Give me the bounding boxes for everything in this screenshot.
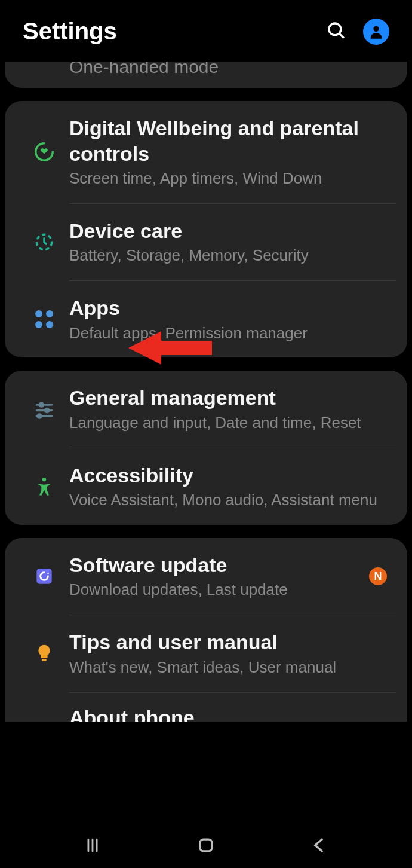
settings-header: Settings [0,0,412,62]
item-title: About phone [5,693,407,722]
cut-item-subtitle: One-handed mode [5,62,407,87]
profile-avatar[interactable] [363,19,389,45]
item-title: Apps [69,295,387,321]
recents-button[interactable] [82,835,103,858]
settings-group: Digital Wellbeing and parental controls … [5,101,407,357]
item-text: General management Language and input, D… [69,385,393,433]
item-subtitle: Screen time, App timers, Wind Down [69,169,387,189]
accessibility-icon [19,475,69,498]
svg-rect-11 [36,569,51,583]
settings-item-general-management[interactable]: General management Language and input, D… [5,371,407,447]
item-text: Device care Battery, Storage, Memory, Se… [69,218,393,266]
svg-rect-17 [200,839,212,851]
item-title: Accessibility [69,463,387,488]
settings-item-software-update[interactable]: Software update Download updates, Last u… [5,538,407,615]
item-subtitle: Download updates, Last update [69,580,363,600]
settings-item-device-care[interactable]: Device care Battery, Storage, Memory, Se… [5,204,407,280]
item-text: Apps Default apps, Permission manager [69,295,393,343]
item-subtitle: What's new, Smart ideas, User manual [69,658,387,678]
item-subtitle: Voice Assistant, Mono audio, Assistant m… [69,490,387,511]
wellbeing-icon [19,140,69,163]
lightbulb-icon [19,642,69,665]
svg-point-7 [45,408,49,412]
home-button[interactable] [196,835,216,858]
settings-list: One-handed mode Digital Wellbeing and pa… [0,62,412,722]
item-title: Digital Wellbeing and parental controls [69,115,387,166]
svg-line-1 [339,33,343,38]
svg-point-5 [39,402,43,406]
search-icon[interactable] [326,20,346,43]
device-care-icon [19,231,69,253]
item-text: Tips and user manual What's new, Smart i… [69,629,393,677]
svg-point-2 [373,26,379,31]
item-subtitle: Battery, Storage, Memory, Security [69,246,387,266]
item-title: Device care [69,218,387,244]
item-title: Tips and user manual [69,629,387,655]
settings-group: General management Language and input, D… [5,371,407,525]
item-title: Software update [69,552,363,578]
item-text: Digital Wellbeing and parental controls … [69,115,393,189]
item-text: Software update Download updates, Last u… [69,552,369,600]
page-title: Settings [23,18,326,45]
update-icon [19,565,69,588]
item-title: General management [69,385,387,411]
svg-rect-12 [42,659,47,661]
apps-icon [19,310,69,328]
settings-group: Software update Download updates, Last u… [5,538,407,722]
sliders-icon [19,398,69,421]
svg-point-9 [38,414,41,417]
item-subtitle: Language and input, Date and time, Reset [69,413,387,433]
settings-item-digital-wellbeing[interactable]: Digital Wellbeing and parental controls … [5,101,407,203]
svg-point-10 [42,478,46,481]
svg-point-0 [329,23,341,35]
item-subtitle: Default apps, Permission manager [69,323,387,344]
settings-group-partial: One-handed mode [5,62,407,88]
settings-item-accessibility[interactable]: Accessibility Voice Assistant, Mono audi… [5,448,407,525]
settings-item-tips[interactable]: Tips and user manual What's new, Smart i… [5,615,407,692]
settings-item-about-phone[interactable]: About phone [5,693,407,722]
notification-badge: N [369,567,387,585]
item-text: Accessibility Voice Assistant, Mono audi… [69,463,393,511]
settings-item-apps[interactable]: Apps Default apps, Permission manager [5,281,407,357]
back-button[interactable] [309,835,330,858]
header-actions [326,19,389,45]
system-navbar [0,825,412,868]
